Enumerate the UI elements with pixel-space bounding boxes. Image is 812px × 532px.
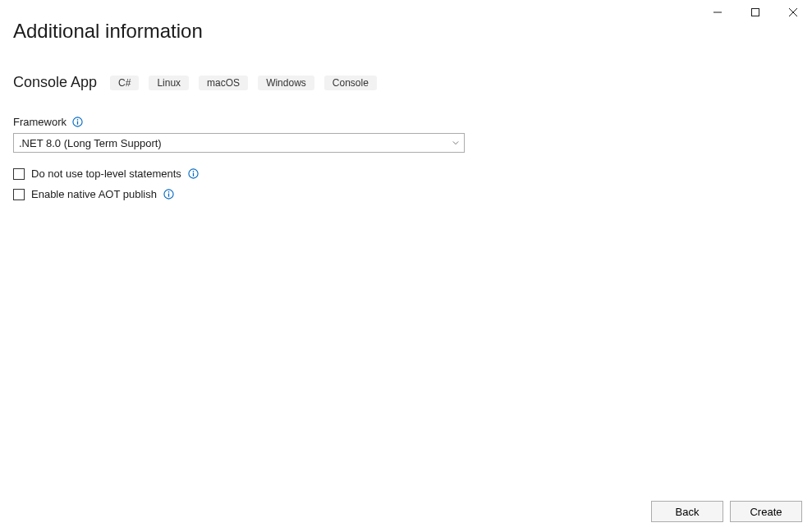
maximize-icon [751,8,759,16]
framework-dropdown[interactable]: .NET 8.0 (Long Term Support) [13,133,465,153]
svg-point-8 [193,171,195,172]
chevron-down-icon [452,140,459,146]
footer-buttons: Back Create [651,501,802,522]
tag-csharp: C# [110,76,139,90]
aot-info-icon[interactable] [163,189,175,200]
tag-console: Console [324,76,377,90]
top-level-info-icon[interactable] [188,168,200,180]
svg-point-5 [76,119,78,121]
svg-rect-6 [76,122,77,125]
window-controls [699,0,812,25]
tag-windows: Windows [258,76,314,90]
info-icon [163,189,174,200]
top-level-statements-label: Do not use top-level statements [31,167,181,180]
maximize-button[interactable] [736,0,774,25]
template-name: Console App [13,74,97,91]
framework-selected-value: .NET 8.0 (Long Term Support) [19,137,162,149]
framework-label-row: Framework [13,116,799,128]
main-content: Additional information Console App C# Li… [0,0,812,200]
page-title: Additional information [13,20,799,43]
framework-info-icon[interactable] [71,117,83,128]
svg-rect-9 [193,173,194,177]
minimize-icon [713,8,722,16]
svg-point-11 [168,191,170,193]
svg-rect-1 [752,9,759,16]
close-icon [789,8,797,16]
close-button[interactable] [774,0,812,25]
framework-label: Framework [13,116,67,128]
aot-publish-checkbox[interactable] [13,189,25,200]
tag-macos: macOS [199,76,248,90]
create-button[interactable]: Create [730,501,802,522]
aot-publish-row: Enable native AOT publish [13,188,799,200]
top-level-statements-row: Do not use top-level statements [13,167,799,180]
tag-linux: Linux [149,76,189,90]
info-icon [188,168,199,179]
minimize-button[interactable] [699,0,736,25]
info-icon [72,117,83,127]
back-button[interactable]: Back [651,501,723,522]
top-level-statements-checkbox[interactable] [13,168,25,180]
svg-rect-12 [168,194,169,197]
template-info-row: Console App C# Linux macOS Windows Conso… [13,74,799,91]
aot-publish-label: Enable native AOT publish [31,188,157,200]
